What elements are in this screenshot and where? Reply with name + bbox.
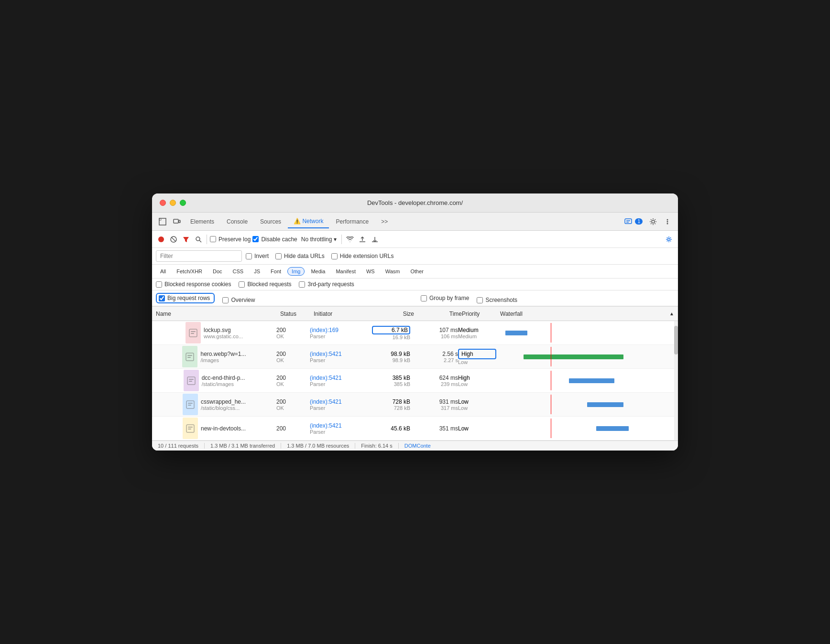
tab-console[interactable]: Console — [221, 215, 253, 228]
type-filter-ws[interactable]: WS — [362, 267, 379, 276]
options-right-2: Group by frame Screenshots — [421, 293, 674, 303]
col-header-initiator[interactable]: Initiator — [314, 311, 376, 317]
row-status: 200 — [276, 327, 310, 333]
waterfall-bar — [505, 331, 527, 335]
status-finish: Finish: 6.14 s — [355, 443, 398, 449]
table-row[interactable]: csswrapped_he... /static/blog/css... 200… — [152, 393, 678, 417]
col-header-priority[interactable]: Priority — [462, 311, 500, 317]
row-initiator[interactable]: (index):5421 — [310, 351, 372, 357]
row-size-cell: 6.7 kB 16.9 kB — [372, 321, 420, 344]
row-time: 624 ms — [420, 375, 458, 381]
waterfall-bar — [587, 402, 623, 407]
blocked-cookies-checkbox[interactable]: Blocked response cookies — [156, 281, 231, 288]
upload-button[interactable] — [357, 234, 368, 245]
screenshots-checkbox[interactable]: Screenshots — [477, 297, 517, 303]
row-size-sub: 16.9 kB — [372, 334, 410, 340]
network-settings-button[interactable] — [664, 234, 674, 245]
filter-checkboxes: Invert Hide data URLs Hide extension URL… — [246, 253, 393, 259]
svg-point-15 — [196, 237, 200, 241]
record-button[interactable] — [156, 234, 166, 245]
col-header-name[interactable]: Name — [156, 311, 280, 317]
status-domconte[interactable]: DOMConte — [399, 443, 437, 449]
type-filter-all[interactable]: All — [156, 267, 170, 276]
row-thumbnail — [183, 418, 198, 439]
row-status-text: OK — [276, 405, 310, 411]
type-filter-media[interactable]: Media — [306, 267, 329, 276]
type-filter-doc[interactable]: Doc — [208, 267, 227, 276]
waterfall-container — [496, 347, 678, 366]
svg-line-13 — [172, 237, 175, 241]
table-row[interactable]: lockup.svg www.gstatic.co... 200 OK (ind… — [152, 321, 678, 345]
row-initiator[interactable]: (index):5421 — [310, 375, 372, 381]
invert-checkbox[interactable]: Invert — [246, 253, 269, 259]
settings-icon[interactable] — [646, 216, 660, 227]
type-filter-fetch[interactable]: Fetch/XHR — [172, 267, 207, 276]
type-filter-manifest[interactable]: Manifest — [331, 267, 360, 276]
row-time-sub: 317 ms — [420, 405, 458, 411]
type-filter-img[interactable]: Img — [287, 267, 305, 276]
col-header-time[interactable]: Time — [424, 311, 462, 317]
hide-ext-urls-checkbox[interactable]: Hide extension URLs — [331, 253, 394, 259]
row-size-cell: 45.6 kB — [372, 417, 420, 440]
row-url: /static/blog/css... — [201, 405, 246, 411]
row-status-cell: 200 OK — [276, 345, 310, 368]
download-button[interactable] — [370, 234, 380, 245]
type-filter-font[interactable]: Font — [266, 267, 285, 276]
waterfall-bar — [596, 426, 629, 431]
search-button[interactable] — [193, 234, 204, 245]
row-status-text: OK — [276, 357, 310, 363]
type-filter-js[interactable]: JS — [250, 267, 264, 276]
tab-network[interactable]: ⚠️ Network — [288, 215, 329, 228]
row-priority-cell: Medium Medium — [458, 321, 496, 344]
type-filter-css[interactable]: CSS — [229, 267, 248, 276]
chat-icon[interactable]: 1 — [622, 216, 645, 227]
overview-checkbox[interactable]: Overview — [222, 297, 255, 303]
wifi-icon-button[interactable] — [345, 234, 355, 245]
row-initiator[interactable]: (index):5421 — [310, 398, 372, 405]
row-status: 200 — [276, 425, 310, 432]
disable-cache-checkbox[interactable]: Disable cache — [252, 236, 297, 243]
row-initiator[interactable]: (index):169 — [310, 327, 372, 333]
minimize-button[interactable] — [170, 200, 176, 206]
col-header-waterfall[interactable]: Waterfall ▲ — [500, 311, 674, 317]
row-status-text: OK — [276, 333, 310, 339]
preserve-log-checkbox[interactable]: Preserve log — [210, 236, 251, 243]
row-thumbnail — [184, 370, 199, 391]
type-filter-wasm[interactable]: Wasm — [381, 267, 404, 276]
table-row[interactable]: new-in-devtools... 200 (index):5421 Pars… — [152, 417, 678, 440]
clear-button[interactable] — [168, 234, 179, 245]
table-row[interactable]: hero.webp?w=1... /images 200 OK (index):… — [152, 345, 678, 369]
tab-sources[interactable]: Sources — [254, 215, 287, 228]
type-filter-other[interactable]: Other — [406, 267, 428, 276]
filter-input[interactable] — [156, 250, 242, 262]
throttle-dropdown[interactable]: No throttling ▾ — [299, 235, 339, 244]
blocked-requests-checkbox[interactable]: Blocked requests — [239, 281, 291, 288]
table-row[interactable]: dcc-end-third-p... /static/images 200 OK… — [152, 369, 678, 393]
preserve-log-input[interactable] — [210, 236, 216, 242]
scrollbar-thumb[interactable] — [674, 326, 678, 354]
close-button[interactable] — [160, 200, 166, 206]
tab-more[interactable]: >> — [375, 215, 393, 228]
waterfall-bar — [524, 354, 623, 359]
big-request-rows-checkbox[interactable]: Big request rows — [156, 293, 215, 303]
more-menu-icon[interactable] — [661, 216, 674, 227]
row-url: /static/images — [202, 381, 245, 387]
third-party-checkbox[interactable]: 3rd-party requests — [299, 281, 354, 288]
inspect-element-icon[interactable] — [156, 216, 169, 227]
col-header-size[interactable]: Size — [376, 311, 424, 317]
tab-elements[interactable]: Elements — [185, 215, 220, 228]
row-initiator[interactable]: (index):5421 — [310, 422, 372, 429]
priority-high: High — [458, 349, 496, 359]
svg-point-10 — [667, 223, 668, 224]
tab-performance[interactable]: Performance — [330, 215, 374, 228]
row-status: 200 — [276, 375, 310, 381]
maximize-button[interactable] — [180, 200, 186, 206]
col-header-status[interactable]: Status — [280, 311, 314, 317]
scrollbar-track[interactable] — [674, 321, 678, 440]
filter-toggle-button[interactable] — [181, 234, 191, 245]
device-toolbar-icon[interactable] — [170, 216, 184, 227]
hide-data-urls-checkbox[interactable]: Hide data URLs — [275, 253, 325, 259]
row-waterfall-cell — [496, 393, 678, 416]
disable-cache-input[interactable] — [252, 236, 259, 242]
group-by-frame-checkbox[interactable]: Group by frame — [421, 293, 469, 303]
